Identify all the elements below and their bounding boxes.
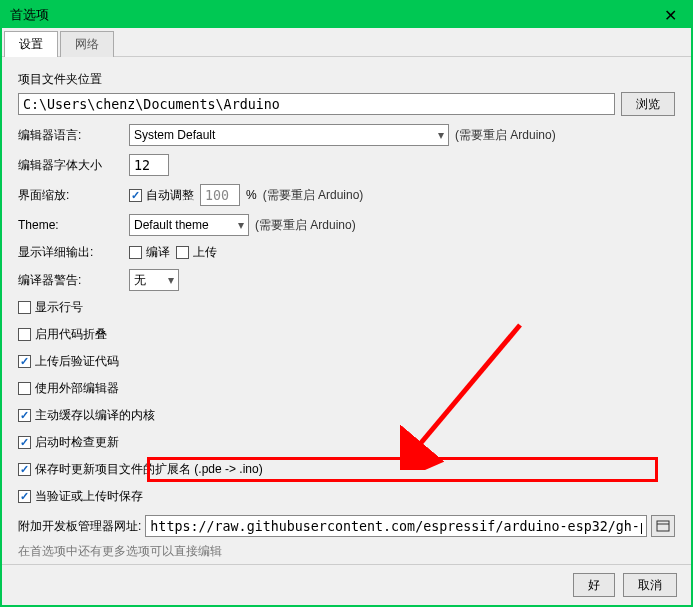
scale-value-input[interactable] — [200, 184, 240, 206]
checkbox-icon — [18, 301, 31, 314]
checkbox-icon — [18, 355, 31, 368]
boards-url-row: 附加开发板管理器网址: — [18, 515, 675, 537]
warnings-label: 编译器警告: — [18, 272, 123, 289]
editor-language-label: 编辑器语言: — [18, 127, 123, 144]
opt-external-editor[interactable]: 使用外部编辑器 — [18, 380, 675, 397]
window-icon — [656, 520, 670, 532]
checkbox-icon — [18, 382, 31, 395]
language-hint: (需要重启 Arduino) — [455, 127, 556, 144]
verbose-compile-checkbox[interactable]: 编译 — [129, 244, 170, 261]
scale-pct: % — [246, 188, 257, 202]
sketchbook-label: 项目文件夹位置 — [18, 71, 675, 88]
verbose-label: 显示详细输出: — [18, 244, 123, 261]
checkbox-icon — [18, 490, 31, 503]
content-panel: 项目文件夹位置 浏览 编辑器语言: System Default (需要重启 A… — [2, 57, 691, 564]
cancel-button[interactable]: 取消 — [623, 573, 677, 597]
checkbox-icon — [18, 409, 31, 422]
font-size-input[interactable] — [129, 154, 169, 176]
window-title: 首选项 — [10, 6, 49, 24]
warnings-select[interactable]: 无 — [129, 269, 179, 291]
browse-button[interactable]: 浏览 — [621, 92, 675, 116]
checkbox-icon — [18, 328, 31, 341]
opt-aggressive-cache[interactable]: 主动缓存以编译的内核 — [18, 407, 675, 424]
checkbox-icon — [176, 246, 189, 259]
tab-network[interactable]: 网络 — [60, 31, 114, 57]
more-prefs-text: 在首选项中还有更多选项可以直接编辑 — [18, 543, 675, 560]
checkbox-icon — [18, 436, 31, 449]
verbose-upload-checkbox[interactable]: 上传 — [176, 244, 217, 261]
scale-label: 界面缩放: — [18, 187, 123, 204]
options-list: 显示行号 启用代码折叠 上传后验证代码 使用外部编辑器 主动缓存以编译的内核 启… — [18, 299, 675, 505]
opt-line-numbers[interactable]: 显示行号 — [18, 299, 675, 316]
sketchbook-path-input[interactable] — [18, 93, 615, 115]
font-size-label: 编辑器字体大小 — [18, 157, 123, 174]
footer: 好 取消 — [2, 564, 691, 605]
svg-rect-0 — [657, 521, 669, 531]
checkbox-icon — [129, 189, 142, 202]
opt-update-ext[interactable]: 保存时更新项目文件的扩展名 (.pde -> .ino) — [18, 461, 675, 478]
ok-button[interactable]: 好 — [573, 573, 615, 597]
checkbox-icon — [18, 463, 31, 476]
boards-url-expand-button[interactable] — [651, 515, 675, 537]
boards-url-label: 附加开发板管理器网址: — [18, 518, 141, 535]
tabs: 设置 网络 — [2, 28, 691, 57]
theme-hint: (需要重启 Arduino) — [255, 217, 356, 234]
opt-save-on-verify[interactable]: 当验证或上传时保存 — [18, 488, 675, 505]
scale-hint: (需要重启 Arduino) — [263, 187, 364, 204]
opt-check-updates[interactable]: 启动时检查更新 — [18, 434, 675, 451]
boards-url-input[interactable] — [145, 515, 647, 537]
theme-select[interactable]: Default theme — [129, 214, 249, 236]
titlebar: 首选项 ✕ — [2, 2, 691, 28]
checkbox-icon — [129, 246, 142, 259]
editor-language-select[interactable]: System Default — [129, 124, 449, 146]
opt-code-folding[interactable]: 启用代码折叠 — [18, 326, 675, 343]
tab-settings[interactable]: 设置 — [4, 31, 58, 57]
opt-verify-after-upload[interactable]: 上传后验证代码 — [18, 353, 675, 370]
scale-auto-checkbox[interactable]: 自动调整 — [129, 187, 194, 204]
theme-label: Theme: — [18, 218, 123, 232]
close-button[interactable]: ✕ — [658, 6, 683, 25]
